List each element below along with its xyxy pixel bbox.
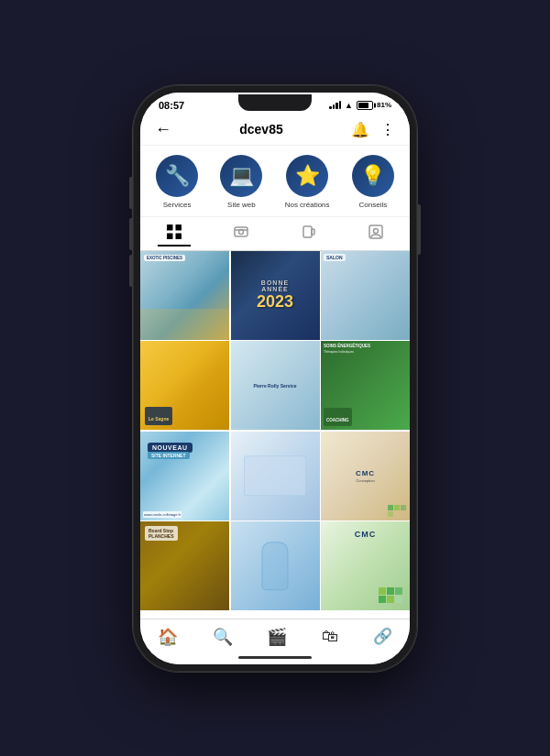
grid-cell-9[interactable]: CMC Conception: [321, 432, 410, 520]
highlight-circle-services: 🔧: [156, 155, 198, 197]
signal-icon: [329, 101, 341, 109]
svg-rect-1: [175, 225, 182, 231]
wifi-icon: ▲: [345, 101, 353, 110]
highlight-label-creations: Nos créations: [285, 201, 330, 209]
svg-rect-3: [175, 233, 182, 239]
nav-action-icons: 🔔 ⋮: [351, 121, 395, 138]
highlight-siteweb[interactable]: 💻 Site web: [220, 155, 262, 209]
highlight-services[interactable]: 🔧 Services: [156, 155, 198, 209]
grid-cell-11[interactable]: [231, 521, 320, 610]
reels-nav-button[interactable]: 🎬: [258, 625, 296, 649]
tab-tagged[interactable]: [359, 223, 392, 247]
battery-percent: 81%: [377, 101, 391, 109]
notification-bell-icon[interactable]: 🔔: [351, 121, 369, 138]
grid-cell-1[interactable]: EXOTIC PISCINES: [140, 251, 229, 340]
svg-rect-0: [167, 225, 173, 231]
grid-cell-12[interactable]: CMC: [321, 521, 410, 610]
shop-nav-button[interactable]: 🛍: [313, 625, 347, 649]
highlight-circle-conseils: 💡: [352, 155, 394, 197]
svg-point-10: [374, 228, 379, 233]
grid-cell-3[interactable]: SALON: [321, 251, 410, 340]
tab-grid[interactable]: [158, 223, 191, 247]
home-bar: [238, 656, 312, 659]
highlights-row: 🔧 Services 💻 Site web ⭐ Nos créations: [140, 146, 410, 217]
svg-rect-2: [167, 233, 173, 239]
site-internet-badge: SITE INTERNET: [148, 452, 190, 459]
svg-rect-7: [303, 226, 312, 237]
search-nav-button[interactable]: 🔍: [204, 625, 242, 649]
grid-cell-4[interactable]: Le Sagne: [140, 341, 229, 430]
tab-igtv[interactable]: [292, 223, 325, 247]
year-2023-text: 2023: [253, 292, 298, 312]
svg-rect-8: [312, 229, 314, 235]
grid-cell-2-text: BONNE ANNÉE 2023: [253, 279, 298, 312]
highlight-conseils[interactable]: 💡 Conseils: [352, 155, 394, 209]
battery-icon: [357, 101, 373, 110]
nouveau-badge: NOUVEAU: [148, 443, 192, 453]
highlight-creations[interactable]: ⭐ Nos créations: [285, 155, 330, 209]
back-button[interactable]: ←: [155, 120, 171, 139]
bonne-annee-text: BONNE ANNÉE: [253, 279, 298, 292]
content-tab-bar: [140, 217, 410, 251]
highlight-label-services: Services: [163, 201, 192, 209]
grid-cell-8[interactable]: [231, 432, 320, 520]
igtv-icon: [302, 225, 316, 243]
home-indicator: [140, 652, 410, 664]
svg-rect-4: [235, 227, 248, 236]
grid-cell-7[interactable]: NOUVEAU SITE INTERNET www.oncle-colletag…: [140, 432, 229, 520]
highlight-label-siteweb: Site web: [227, 201, 256, 209]
bottom-nav: 🏠 🔍 🎬 🛍 🔗: [140, 619, 410, 652]
tab-reels[interactable]: [225, 223, 258, 247]
highlight-label-conseils: Conseils: [359, 201, 388, 209]
photo-grid: EXOTIC PISCINES BONNE ANNÉE 2023 SALON: [140, 251, 410, 611]
tag-icon: [368, 225, 383, 243]
status-icons: ▲ 81%: [329, 101, 391, 110]
highlight-circle-creations: ⭐: [286, 155, 328, 197]
home-nav-button[interactable]: 🏠: [148, 625, 187, 649]
profile-username: dcev85: [239, 122, 282, 137]
highlight-circle-siteweb: 💻: [220, 155, 262, 197]
grid-cell-5[interactable]: Pierre Rolly Service: [231, 341, 320, 430]
status-time: 08:57: [159, 100, 184, 111]
reels-icon: [234, 225, 248, 243]
more-options-icon[interactable]: ⋮: [380, 121, 395, 138]
grid-cell-6[interactable]: SOINS ÉNERGÉTIQUES Thérapies holistiques…: [321, 341, 410, 430]
grid-cell-10[interactable]: Board StopPLANCHES: [140, 521, 229, 610]
grid-cell-2[interactable]: BONNE ANNÉE 2023: [231, 251, 320, 340]
profile-nav-button[interactable]: 🔗: [364, 625, 402, 649]
photo-grid-container[interactable]: EXOTIC PISCINES BONNE ANNÉE 2023 SALON: [140, 251, 410, 619]
grid-icon: [167, 225, 182, 243]
top-nav: ← dcev85 🔔 ⋮: [140, 115, 410, 146]
